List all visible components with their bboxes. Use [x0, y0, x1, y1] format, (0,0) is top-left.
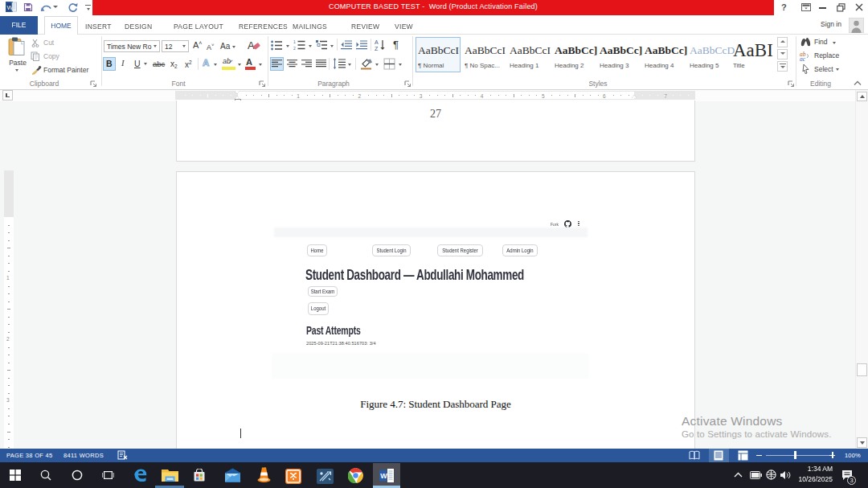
- svg-text:A: A: [248, 39, 255, 51]
- svg-text:1: 1: [293, 39, 296, 44]
- svg-text:Z: Z: [375, 46, 379, 51]
- svg-text:A: A: [375, 39, 379, 45]
- svg-text:W: W: [380, 472, 387, 480]
- svg-text:ac: ac: [800, 55, 806, 62]
- svg-text:2: 2: [293, 46, 296, 51]
